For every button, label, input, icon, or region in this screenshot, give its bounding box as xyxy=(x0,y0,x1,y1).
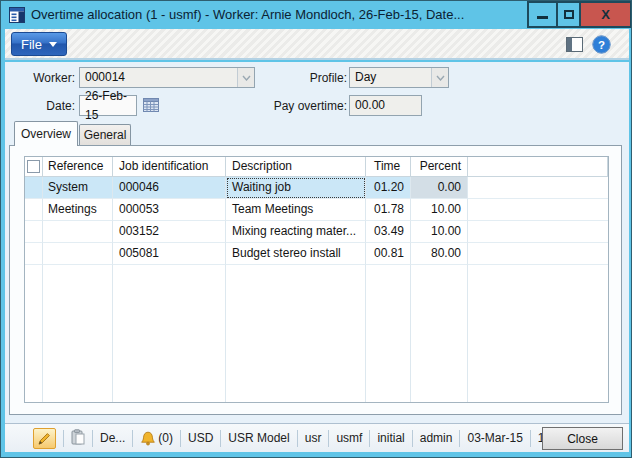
app-icon xyxy=(9,7,25,23)
cell-reference[interactable]: Meetings xyxy=(43,199,113,221)
cell-job-identification[interactable]: 005081 xyxy=(113,243,226,265)
overview-tab-panel: Reference Job identification Description… xyxy=(9,145,622,415)
pay-overtime-value: 00.00 xyxy=(355,96,421,115)
cell-time[interactable]: 00.81 xyxy=(366,243,411,265)
cell-reference[interactable] xyxy=(43,221,113,243)
chevron-down-icon xyxy=(49,42,57,47)
table-row[interactable]: System 000046 Waiting job 01.20 0.00 xyxy=(25,177,608,199)
bell-icon xyxy=(140,431,156,446)
overtime-grid: Reference Job identification Description… xyxy=(24,156,609,403)
column-header-description[interactable]: Description xyxy=(226,157,366,177)
cell-reference[interactable] xyxy=(43,243,113,265)
cell-description[interactable]: Budget stereo install xyxy=(226,243,366,265)
column-header-job-identification[interactable]: Job identification xyxy=(113,157,226,177)
cell-job-identification[interactable]: 000053 xyxy=(113,199,226,221)
file-menu-button[interactable]: File xyxy=(11,32,67,56)
cell-percent[interactable]: 80.00 xyxy=(411,243,468,265)
cell-job-identification[interactable]: 000046 xyxy=(113,177,226,199)
status-document-label[interactable]: De... xyxy=(100,431,125,445)
alerts-indicator[interactable]: (0) xyxy=(140,431,173,446)
select-all-checkbox[interactable] xyxy=(27,160,40,173)
date-field[interactable]: 26-Feb-15 xyxy=(79,95,137,116)
worker-value: 000014 xyxy=(85,68,237,87)
minimize-icon xyxy=(537,16,548,19)
status-currency[interactable]: USD xyxy=(188,431,213,445)
alerts-count: (0) xyxy=(158,431,173,445)
maximize-button[interactable] xyxy=(556,1,581,28)
row-select-cell[interactable] xyxy=(25,243,43,265)
minimize-button[interactable] xyxy=(527,1,558,28)
status-partition[interactable]: usr xyxy=(305,431,322,445)
status-model[interactable]: USR Model xyxy=(228,431,289,445)
edit-record-button[interactable] xyxy=(33,428,56,449)
table-row[interactable]: Meetings 000053 Team Meetings 01.78 10.0… xyxy=(25,199,608,221)
overtime-allocation-window: Overtime allocation (1 - usmf) - Worker:… xyxy=(0,0,632,458)
statusbar: De... (0) USD USR Model usr usmf initial… xyxy=(5,423,629,452)
status-company[interactable]: usmf xyxy=(336,431,362,445)
cell-description[interactable]: Mixing reacting mater... xyxy=(226,221,366,243)
cell-time[interactable]: 01.78 xyxy=(366,199,411,221)
help-icon[interactable]: ? xyxy=(592,35,611,54)
profile-value: Day xyxy=(355,68,431,87)
file-menu-label: File xyxy=(21,37,42,52)
pay-overtime-label: Pay overtime: xyxy=(243,98,347,114)
date-value: 26-Feb-15 xyxy=(85,87,136,125)
cell-description[interactable]: Team Meetings xyxy=(226,199,366,221)
menubar: File ? xyxy=(5,29,629,60)
column-header-reference[interactable]: Reference xyxy=(43,157,113,177)
table-row[interactable]: 003152 Mixing reacting mater... 03.49 10… xyxy=(25,221,608,243)
close-window-button[interactable]: X xyxy=(579,1,632,28)
cell-percent[interactable]: 0.00 xyxy=(411,177,468,199)
cell-percent[interactable]: 10.00 xyxy=(411,199,468,221)
column-header-percent[interactable]: Percent xyxy=(411,157,468,177)
status-date[interactable]: 03-Mar-15 xyxy=(467,431,522,445)
cell-reference[interactable]: System xyxy=(43,177,113,199)
table-row[interactable]: 005081 Budget stereo install 00.81 80.00 xyxy=(25,243,608,265)
cell-description[interactable]: Waiting job xyxy=(226,177,366,199)
calendar-icon[interactable] xyxy=(142,96,160,114)
pencil-icon xyxy=(37,431,52,446)
worker-label: Worker: xyxy=(9,70,75,86)
close-button[interactable]: Close xyxy=(542,427,623,450)
cell-time[interactable]: 01.20 xyxy=(366,177,411,199)
window-title: Overtime allocation (1 - usmf) - Worker:… xyxy=(31,1,521,29)
profile-dropdown-button[interactable] xyxy=(431,68,448,87)
profile-label: Profile: xyxy=(263,70,347,86)
pay-overtime-field[interactable]: 00.00 xyxy=(349,95,422,116)
column-header-time[interactable]: Time xyxy=(366,157,411,177)
tab-overview[interactable]: Overview xyxy=(14,121,78,146)
window-layout-icon[interactable] xyxy=(566,37,583,52)
date-label: Date: xyxy=(9,98,75,114)
cell-time[interactable]: 03.49 xyxy=(366,221,411,243)
row-select-cell[interactable] xyxy=(25,177,43,199)
grid-empty-area xyxy=(25,265,608,402)
titlebar: Overtime allocation (1 - usmf) - Worker:… xyxy=(1,1,632,29)
status-layer[interactable]: initial xyxy=(377,431,404,445)
svg-text:?: ? xyxy=(598,39,605,51)
paste-icon[interactable] xyxy=(71,429,85,448)
row-select-cell[interactable] xyxy=(25,199,43,221)
profile-field[interactable]: Day xyxy=(349,67,449,88)
form-content: Worker: 000014 Profile: Day Date: 26-Feb… xyxy=(5,62,629,423)
status-user[interactable]: admin xyxy=(420,431,453,445)
cell-percent[interactable]: 10.00 xyxy=(411,221,468,243)
grid-header-row: Reference Job identification Description… xyxy=(25,157,608,177)
worker-dropdown-button[interactable] xyxy=(237,68,254,87)
row-select-cell[interactable] xyxy=(25,221,43,243)
tab-general[interactable]: General xyxy=(79,124,131,146)
cell-job-identification[interactable]: 003152 xyxy=(113,221,226,243)
maximize-icon xyxy=(564,10,574,19)
worker-field[interactable]: 000014 xyxy=(79,67,255,88)
